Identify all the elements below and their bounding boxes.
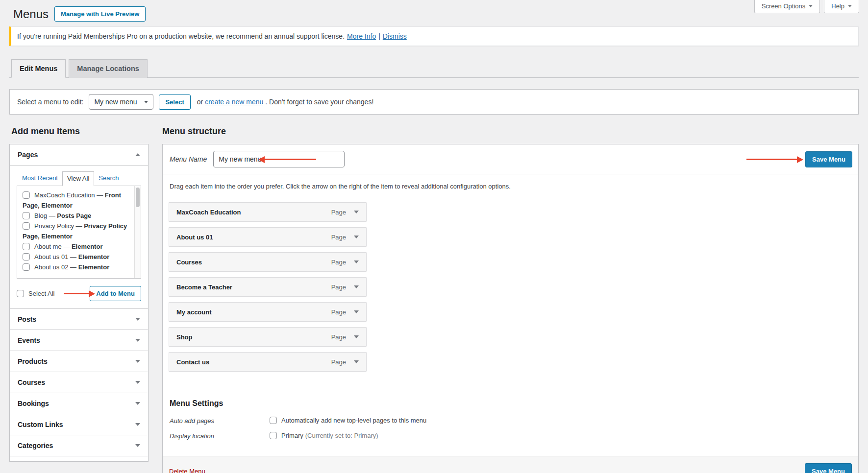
menu-item-row[interactable]: MaxCoach Education Page — [169, 202, 367, 222]
dismiss-link[interactable]: Dismiss — [383, 32, 407, 40]
checkbox — [23, 222, 30, 230]
sidebar-section-events[interactable]: Events — [9, 330, 149, 351]
screen-options-button[interactable]: Screen Options — [754, 0, 820, 13]
menu-item-row[interactable]: About us 01 Page — [169, 227, 367, 247]
tab-view-all[interactable]: View All — [62, 171, 94, 186]
pages-panel-body: Most Recent View All Search MaxCoach Edu… — [10, 165, 148, 308]
select-all-label: Select All — [28, 290, 54, 297]
section-title: Products — [18, 357, 48, 365]
pages-panel-header[interactable]: Pages — [10, 144, 148, 165]
tab-most-recent[interactable]: Most Recent — [18, 171, 62, 186]
display-location-checkbox[interactable]: Primary (Currently set to: Primary) — [270, 432, 378, 439]
page-item-meta: Elementor — [78, 263, 110, 271]
select-all-checkbox[interactable]: Select All — [17, 290, 54, 297]
page-checkbox-item[interactable]: MaxCoach Education — Front Page, Element… — [23, 190, 130, 211]
auto-add-pages-row: Auto add pages Automatically add new top… — [169, 417, 852, 425]
sidebar-section-bookings[interactable]: Bookings — [9, 393, 149, 414]
live-preview-button[interactable]: Manage with Live Preview — [54, 6, 146, 22]
scrollbar-thumb[interactable] — [136, 188, 140, 207]
checkbox — [23, 263, 30, 271]
chevron-down-icon[interactable] — [354, 285, 359, 288]
page-item-meta: Elementor — [72, 243, 103, 250]
nav-tab-bar: Edit Menus Manage Locations — [9, 59, 859, 78]
page-checkbox-item[interactable]: About us 01 — Elementor — [23, 252, 130, 262]
sidebar-heading: Add menu items — [11, 126, 149, 137]
page-item-label: Privacy Policy — — [34, 222, 84, 230]
chevron-down-icon[interactable] — [354, 236, 359, 238]
display-location-note: (Currently set to: Primary) — [305, 432, 378, 439]
sidebar-section-courses[interactable]: Courses — [9, 372, 149, 393]
chevron-down-icon — [135, 444, 140, 447]
chevron-down-icon[interactable] — [354, 360, 359, 363]
menu-item-label: About us 01 — [176, 234, 213, 241]
page-item-label: About us 02 — — [34, 263, 78, 271]
sidebar-section-posts[interactable]: Posts — [9, 308, 149, 330]
menu-item-row[interactable]: Courses Page — [169, 252, 367, 272]
menu-item-label: My account — [176, 308, 212, 316]
menu-item-label: Shop — [176, 333, 193, 341]
page-title: Menus — [13, 7, 49, 21]
sidebar-section-cutoff — [9, 456, 149, 462]
page-checkbox-item[interactable]: About us 02 — Elementor — [23, 262, 130, 272]
pages-panel-controls: Select All Add to Menu — [17, 285, 141, 302]
help-button[interactable]: Help — [824, 0, 859, 13]
annotation-arrow — [746, 159, 797, 160]
menu-select-dropdown[interactable]: My new menu — [89, 94, 153, 110]
save-reminder-text: . Don’t forget to save your changes! — [265, 98, 373, 106]
sidebar-section-custom-links[interactable]: Custom Links — [9, 414, 149, 435]
chevron-down-icon — [135, 318, 140, 321]
chevron-down-icon[interactable] — [354, 211, 359, 213]
section-title: Categories — [18, 442, 53, 449]
sidebar-section-categories[interactable]: Categories — [9, 435, 149, 456]
menu-select-bar: Select a menu to edit: My new menu Selec… — [9, 89, 859, 115]
menu-item-row[interactable]: My account Page — [169, 302, 367, 322]
menu-name-label: Menu Name — [170, 155, 207, 163]
notice-separator: | — [378, 32, 380, 40]
page-item-meta: Posts Page — [57, 212, 91, 219]
menu-item-row[interactable]: Shop Page — [169, 327, 367, 347]
menu-item-type: Page — [331, 209, 346, 216]
auto-add-pages-label: Auto add pages — [169, 417, 270, 425]
menu-item-row[interactable]: Become a Teacher Page — [169, 277, 367, 297]
more-info-link[interactable]: More Info — [347, 32, 376, 40]
tab-manage-locations[interactable]: Manage Locations — [69, 59, 148, 78]
page-checkbox-item[interactable]: Privacy Policy — Privacy Policy Page, El… — [23, 221, 130, 241]
screen-options-label: Screen Options — [762, 2, 806, 10]
section-title: Bookings — [18, 400, 49, 407]
page-item-label: Blog — — [34, 212, 57, 219]
auto-add-pages-checkbox[interactable]: Automatically add new top-level pages to… — [270, 417, 426, 424]
section-title: Courses — [18, 378, 45, 386]
page-heading-row: Menus Manage with Live Preview — [13, 0, 859, 22]
section-title: Posts — [18, 315, 36, 323]
checkbox — [270, 432, 277, 439]
create-new-menu-link[interactable]: create a new menu — [205, 98, 263, 106]
menu-select-value: My new menu — [94, 98, 137, 106]
select-button[interactable]: Select — [159, 95, 190, 110]
menu-item-type: Page — [331, 308, 346, 316]
menu-name-input[interactable] — [213, 151, 345, 167]
sidebar-section-products[interactable]: Products — [9, 351, 149, 372]
menu-name-row: Menu Name Save Menu — [163, 144, 858, 174]
menu-item-label: MaxCoach Education — [176, 209, 241, 216]
checkbox — [23, 191, 30, 199]
chevron-down-icon[interactable] — [354, 310, 359, 313]
chevron-down-icon[interactable] — [354, 335, 359, 338]
tab-search[interactable]: Search — [94, 171, 123, 186]
save-menu-button-bottom[interactable]: Save Menu — [805, 463, 852, 473]
menu-item-row[interactable]: Contact us Page — [169, 352, 367, 372]
tab-edit-menus[interactable]: Edit Menus — [11, 59, 66, 78]
save-menu-button-top[interactable]: Save Menu — [805, 151, 852, 167]
menu-item-label: Contact us — [176, 358, 209, 366]
checkbox — [23, 253, 30, 260]
page-checkbox-item[interactable]: Blog — Posts Page — [23, 211, 130, 221]
add-to-menu-button[interactable]: Add to Menu — [90, 286, 141, 301]
delete-menu-link[interactable]: Delete Menu — [169, 468, 205, 473]
menu-item-type: Page — [331, 333, 346, 341]
pages-panel: Pages Most Recent View All Search MaxCoa… — [9, 144, 149, 309]
chevron-down-icon[interactable] — [354, 260, 359, 263]
page-checkbox-item[interactable]: About me — Elementor — [23, 241, 130, 252]
notice-text: If you're running Paid Memberships Pro o… — [17, 32, 345, 40]
menu-item-type: Page — [331, 358, 346, 366]
page-item-label: About us 01 — — [34, 253, 78, 260]
display-location-text: Primary — [281, 432, 303, 439]
